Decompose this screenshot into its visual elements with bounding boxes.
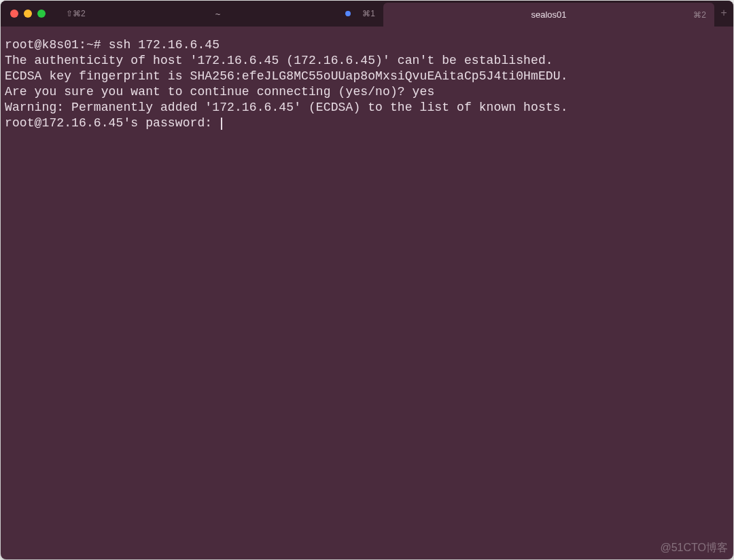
prompt: root@k8s01:~# bbox=[5, 38, 109, 52]
terminal-content[interactable]: root@k8s01:~# ssh 172.16.6.45 The authen… bbox=[1, 27, 733, 135]
terminal-line: Are you sure you want to continue connec… bbox=[5, 85, 434, 99]
terminal-line: The authenticity of host '172.16.6.45 (1… bbox=[5, 54, 553, 67]
terminal-line: ECDSA key fingerprint is SHA256:efeJLG8M… bbox=[5, 69, 568, 83]
activity-dot-icon bbox=[345, 11, 351, 16]
cursor-icon bbox=[221, 118, 222, 130]
terminal-line: Warning: Permanently added '172.16.6.45'… bbox=[5, 101, 568, 114]
minimize-icon[interactable] bbox=[24, 10, 32, 18]
tab-label: sealos01 bbox=[531, 10, 566, 20]
close-icon[interactable] bbox=[10, 10, 18, 18]
terminal-line: root@172.16.6.45's password: bbox=[5, 116, 220, 130]
watermark: @51CTO博客 bbox=[660, 541, 728, 555]
tab-label: ~ bbox=[215, 9, 221, 19]
plus-icon: + bbox=[720, 7, 727, 20]
tab-shortcut: ⌘1 bbox=[362, 9, 375, 18]
titlebar: ⇧⌘2 ~ ⌘1 sealos01 ⌘2 + bbox=[1, 1, 733, 27]
new-tab-button[interactable]: + bbox=[714, 7, 733, 20]
tab-shortcut-left: ⇧⌘2 bbox=[66, 9, 86, 18]
tab-shortcut: ⌘2 bbox=[693, 10, 706, 20]
fullscreen-icon[interactable] bbox=[37, 10, 46, 18]
tab-sealos01[interactable]: sealos01 ⌘2 bbox=[383, 3, 714, 27]
terminal-window: ⇧⌘2 ~ ⌘1 sealos01 ⌘2 + root@k8s01:~# ssh… bbox=[1, 1, 733, 559]
command: ssh 172.16.6.45 bbox=[109, 38, 220, 52]
window-controls bbox=[1, 10, 46, 18]
tab-bar: ⇧⌘2 ~ ⌘1 sealos01 ⌘2 bbox=[52, 1, 714, 27]
tab-home[interactable]: ⇧⌘2 ~ ⌘1 bbox=[52, 1, 383, 27]
